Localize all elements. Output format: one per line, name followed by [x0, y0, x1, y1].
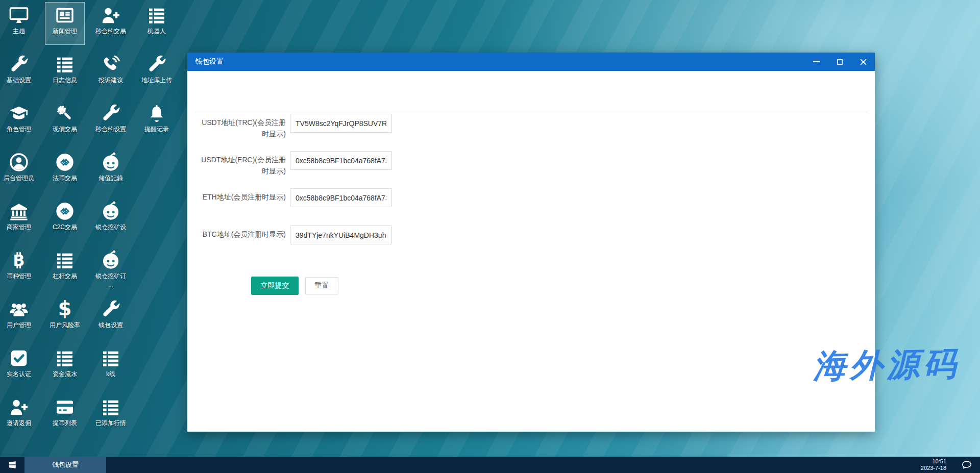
desktop-icon-label: 主题	[13, 28, 25, 35]
desktop-icon-label: 用户管理	[7, 321, 31, 329]
desktop-icon[interactable]: 现價交易	[45, 100, 85, 143]
field-label: ETH地址(会员注册时显示)	[199, 188, 286, 207]
desktop-icon-grid: 主题新闻管理秒合约交易机器人基础设置日志信息投诉建议地址库上传角色管理现價交易秒…	[0, 2, 180, 443]
desktop-icon[interactable]: 实名认证	[0, 345, 39, 388]
desktop-icon[interactable]: 秒合约交易	[91, 2, 131, 45]
users-icon	[9, 299, 29, 319]
desktop-icon-label: 秒合约设置	[95, 126, 126, 133]
notification-button[interactable]	[953, 457, 980, 473]
desktop-icon-label: 角色管理	[7, 126, 31, 133]
list-icon	[146, 5, 167, 26]
wrench-icon	[101, 103, 121, 123]
desktop-icon[interactable]: 新闻管理	[45, 2, 85, 45]
desktop-icon-label: 日志信息	[53, 77, 77, 84]
desktop-icon[interactable]: 主题	[0, 2, 39, 45]
bitcoin-icon	[9, 250, 29, 270]
field-input[interactable]	[290, 114, 392, 133]
desktop-icon[interactable]: C2C交易	[45, 198, 85, 241]
minimize-button[interactable]	[804, 53, 828, 71]
field-label: USDT地址(ERC)(会员注册时显示)	[199, 151, 286, 177]
form-row: BTC地址(会员注册时显示)	[199, 226, 392, 244]
field-input[interactable]	[290, 188, 392, 207]
desktop-icon-label: 秒合约交易	[95, 28, 126, 35]
desktop-icon[interactable]: 机器人	[137, 2, 177, 45]
wrench-icon	[101, 299, 121, 319]
desktop-icon[interactable]: 日志信息	[45, 51, 85, 94]
desktop-icon-label-overflow: ...	[108, 282, 113, 289]
wrench-icon	[9, 54, 29, 74]
desktop-icon[interactable]: 锁仓挖矿设	[91, 198, 131, 241]
desktop-icon[interactable]: 法币交易	[45, 149, 85, 192]
desktop-icon-label: 资金流水	[53, 370, 77, 378]
desktop-icon[interactable]: 用户风险率	[45, 296, 85, 339]
maximize-button[interactable]	[828, 53, 851, 71]
desktop-icon-label: 锁仓挖矿设	[95, 223, 126, 231]
desktop-icon[interactable]: 锁仓挖矿订...	[91, 247, 131, 290]
desktop-icon-label: 币种管理	[7, 272, 31, 280]
desktop-icon[interactable]: 储值記錄	[91, 149, 131, 192]
list-icon	[55, 348, 75, 368]
list-icon	[55, 250, 75, 270]
maximize-icon	[837, 59, 843, 65]
desktop-icon[interactable]: 提醒记录	[137, 100, 177, 143]
desktop-icon[interactable]: 商家管理	[0, 198, 39, 241]
start-button[interactable]	[0, 457, 24, 473]
reset-button[interactable]: 重置	[305, 277, 338, 294]
submit-button[interactable]: 立即提交	[251, 277, 299, 295]
desktop-icon-label: 提币列表	[53, 419, 77, 427]
gem-icon	[55, 152, 75, 172]
alien-icon	[101, 201, 121, 221]
desktop-icon[interactable]: 秒合约设置	[91, 100, 131, 143]
user-plus-icon	[101, 5, 121, 26]
phone-icon	[101, 54, 121, 74]
list-icon	[101, 348, 121, 368]
taskbar-clock[interactable]: 10:51 2023-7-18	[921, 457, 953, 473]
desktop-icon[interactable]: 资金流水	[45, 345, 85, 388]
desktop-icon-label: 杠杆交易	[53, 272, 77, 280]
form-row: USDT地址(ERC)(会员注册时显示)	[199, 151, 392, 177]
desktop-icon[interactable]: 用户管理	[0, 296, 39, 339]
desktop-icon[interactable]: k线	[91, 345, 131, 388]
credit-card-icon	[55, 397, 75, 417]
taskbar: 钱包设置 10:51 2023-7-18	[0, 457, 980, 473]
taskbar-item-label: 钱包设置	[52, 460, 79, 469]
window-titlebar: 钱包设置	[187, 53, 875, 71]
desktop-icon-label: 商家管理	[7, 223, 31, 231]
newspaper-icon	[55, 5, 75, 26]
bank-icon	[9, 201, 29, 221]
clock-time: 10:51	[932, 458, 946, 465]
field-label: USDT地址(TRC)(会员注册时显示)	[199, 114, 286, 139]
taskbar-item-wallet-settings[interactable]: 钱包设置	[24, 457, 106, 473]
desktop-icon[interactable]: 杠杆交易	[45, 247, 85, 290]
desktop-icon[interactable]: 提币列表	[45, 394, 85, 437]
desktop-icon-label: 钱包设置	[99, 321, 123, 329]
field-input[interactable]	[290, 151, 392, 170]
desktop-icon-label: 锁仓挖矿订	[95, 272, 126, 280]
desktop-icon[interactable]: 后台管理员	[0, 149, 39, 192]
field-label: BTC地址(会员注册时显示)	[199, 226, 286, 244]
desktop-icon[interactable]: 角色管理	[0, 100, 39, 143]
desktop-icon-label: 地址库上传	[141, 77, 172, 84]
desktop-icon-label: 现價交易	[53, 126, 77, 133]
desktop-icon[interactable]: 基础设置	[0, 51, 39, 94]
desktop-icon[interactable]: 邀请返佣	[0, 394, 39, 437]
gem-icon	[55, 201, 75, 221]
desktop-icon[interactable]: 钱包设置	[91, 296, 131, 339]
field-input[interactable]	[290, 226, 392, 244]
window-title: 钱包设置	[187, 57, 804, 66]
desktop-icon-label: 实名认证	[7, 370, 31, 378]
desktop-icon-label: 提醒记录	[144, 126, 169, 133]
desktop-icon[interactable]: 币种管理	[0, 247, 39, 290]
close-button[interactable]	[851, 53, 875, 71]
minimize-icon	[813, 61, 820, 62]
desktop-icon[interactable]: 已添加行情	[91, 394, 131, 437]
desktop-icon-label: 机器人	[148, 28, 166, 35]
bell-icon	[146, 103, 167, 123]
desktop-icon[interactable]: 投诉建议	[91, 51, 131, 94]
window-content: USDT地址(TRC)(会员注册时显示)USDT地址(ERC)(会员注册时显示)…	[187, 71, 875, 432]
desktop-icon[interactable]: 地址库上传	[137, 51, 177, 94]
desktop-icon	[9, 5, 29, 26]
grad-cap-icon	[9, 103, 29, 123]
list-icon	[55, 54, 75, 74]
desktop-icon-label: 邀请返佣	[7, 419, 31, 427]
